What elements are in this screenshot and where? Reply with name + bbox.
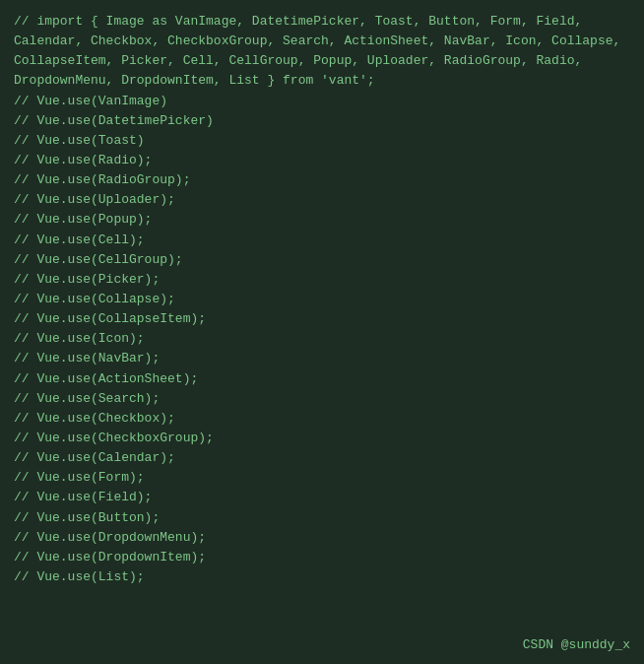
code-content: // import { Image as VanImage, DatetimeP… [14,12,630,587]
code-editor: // import { Image as VanImage, DatetimeP… [0,0,644,664]
code-line: // import { Image as VanImage, DatetimeP… [14,12,630,32]
code-line: // Vue.use(DropdownItem); [14,548,630,567]
code-line: // Vue.use(Picker); [14,270,630,290]
code-line: // Vue.use(RadioGroup); [14,170,630,190]
code-line: // Vue.use(Checkbox); [14,409,630,429]
code-line: // Vue.use(Icon); [14,329,630,349]
code-line: // Vue.use(CheckboxGroup); [14,429,630,448]
code-line: // Vue.use(Field); [14,488,630,507]
code-line: // Vue.use(Form); [14,468,630,488]
code-line: // Vue.use(DropdownMenu); [14,528,630,548]
code-line: // Vue.use(Popup); [14,210,630,230]
code-line: // Vue.use(Collapse); [14,290,630,309]
code-line: DropdownMenu, DropdownItem, List } from … [14,71,630,91]
code-line: // Vue.use(NavBar); [14,349,630,368]
code-line: Calendar, Checkbox, CheckboxGroup, Searc… [14,32,630,51]
code-line: // Vue.use(Cell); [14,231,630,250]
code-line: // Vue.use(ActionSheet); [14,369,630,389]
code-line: // Vue.use(Radio); [14,151,630,170]
code-line: // Vue.use(CellGroup); [14,250,630,270]
code-line: // Vue.use(Search); [14,389,630,409]
code-line: // Vue.use(List); [14,567,630,587]
code-line: // Vue.use(CollapseItem); [14,309,630,329]
code-line: // Vue.use(VanImage) [14,92,630,111]
code-line: // Vue.use(Toast) [14,131,630,151]
code-line: // Vue.use(Button); [14,508,630,528]
watermark: CSDN @sunddy_x [523,637,630,652]
code-line: // Vue.use(Uploader); [14,190,630,210]
code-line: // Vue.use(DatetimePicker) [14,111,630,131]
code-line: CollapseItem, Picker, Cell, CellGroup, P… [14,51,630,71]
code-line: // Vue.use(Calendar); [14,448,630,468]
